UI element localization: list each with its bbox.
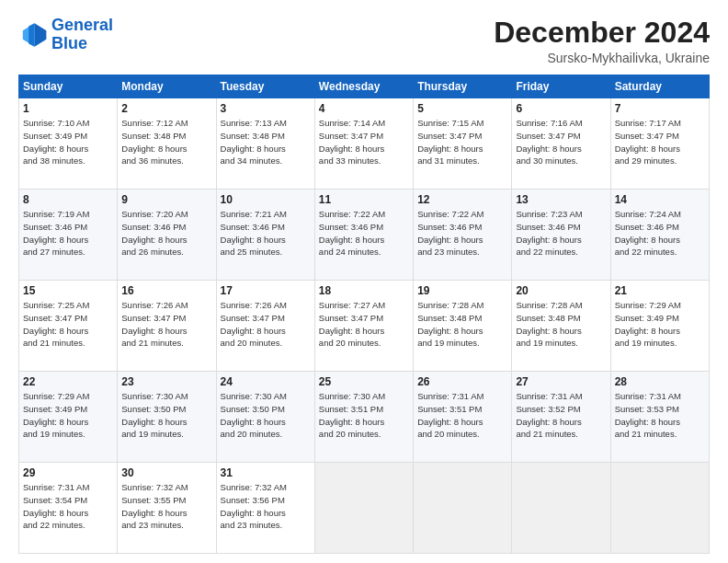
day-number: 29 — [23, 466, 113, 479]
calendar-cell — [610, 463, 709, 554]
day-number: 22 — [23, 375, 113, 388]
day-info: Sunrise: 7:12 AM Sunset: 3:48 PM Dayligh… — [121, 117, 211, 167]
day-number: 31 — [221, 466, 311, 479]
day-info: Sunrise: 7:31 AM Sunset: 3:51 PM Dayligh… — [417, 390, 507, 441]
calendar-cell: 21Sunrise: 7:29 AM Sunset: 3:49 PM Dayli… — [610, 281, 709, 372]
day-info: Sunrise: 7:32 AM Sunset: 3:55 PM Dayligh… — [121, 481, 211, 532]
calendar-cell — [512, 463, 610, 554]
logo-line2: Blue — [51, 34, 87, 52]
weekday-header: Saturday — [610, 75, 709, 98]
calendar-cell: 22Sunrise: 7:29 AM Sunset: 3:49 PM Dayli… — [19, 372, 118, 463]
day-info: Sunrise: 7:27 AM Sunset: 3:47 PM Dayligh… — [319, 299, 409, 350]
day-number: 14 — [615, 193, 705, 206]
day-info: Sunrise: 7:32 AM Sunset: 3:56 PM Dayligh… — [221, 481, 311, 532]
calendar-cell: 11Sunrise: 7:22 AM Sunset: 3:46 PM Dayli… — [314, 190, 413, 281]
day-number: 10 — [221, 193, 311, 206]
calendar-week-row: 1Sunrise: 7:10 AM Sunset: 3:49 PM Daylig… — [19, 98, 710, 190]
calendar-cell: 9Sunrise: 7:20 AM Sunset: 3:46 PM Daylig… — [118, 190, 216, 281]
day-number: 23 — [121, 375, 211, 388]
day-number: 1 — [23, 102, 113, 115]
calendar-cell: 20Sunrise: 7:28 AM Sunset: 3:48 PM Dayli… — [512, 281, 610, 372]
calendar-cell: 13Sunrise: 7:23 AM Sunset: 3:46 PM Dayli… — [512, 190, 610, 281]
day-number: 24 — [221, 375, 311, 388]
day-info: Sunrise: 7:31 AM Sunset: 3:53 PM Dayligh… — [615, 390, 705, 441]
day-info: Sunrise: 7:17 AM Sunset: 3:47 PM Dayligh… — [615, 117, 705, 167]
calendar-cell: 6Sunrise: 7:16 AM Sunset: 3:47 PM Daylig… — [512, 98, 610, 190]
calendar-cell: 28Sunrise: 7:31 AM Sunset: 3:53 PM Dayli… — [610, 372, 709, 463]
calendar-table: SundayMondayTuesdayWednesdayThursdayFrid… — [18, 75, 710, 554]
day-info: Sunrise: 7:22 AM Sunset: 3:46 PM Dayligh… — [319, 208, 409, 259]
calendar-cell: 12Sunrise: 7:22 AM Sunset: 3:46 PM Dayli… — [414, 190, 512, 281]
day-number: 20 — [516, 284, 606, 297]
weekday-header: Tuesday — [216, 75, 314, 98]
calendar-cell: 17Sunrise: 7:26 AM Sunset: 3:47 PM Dayli… — [216, 281, 314, 372]
calendar-week-row: 15Sunrise: 7:25 AM Sunset: 3:47 PM Dayli… — [19, 281, 710, 372]
calendar-cell: 24Sunrise: 7:30 AM Sunset: 3:50 PM Dayli… — [216, 372, 314, 463]
day-number: 15 — [23, 284, 113, 297]
day-number: 28 — [615, 375, 705, 388]
weekday-header: Wednesday — [314, 75, 413, 98]
calendar-cell: 29Sunrise: 7:31 AM Sunset: 3:54 PM Dayli… — [19, 463, 118, 554]
day-info: Sunrise: 7:30 AM Sunset: 3:51 PM Dayligh… — [319, 390, 409, 441]
day-number: 21 — [615, 284, 705, 297]
day-number: 11 — [319, 193, 409, 206]
logo: General Blue — [18, 17, 113, 53]
day-number: 30 — [121, 466, 211, 479]
calendar-cell: 7Sunrise: 7:17 AM Sunset: 3:47 PM Daylig… — [610, 98, 709, 190]
day-number: 6 — [516, 102, 606, 115]
day-number: 3 — [221, 102, 311, 115]
day-info: Sunrise: 7:26 AM Sunset: 3:47 PM Dayligh… — [221, 299, 311, 350]
day-info: Sunrise: 7:30 AM Sunset: 3:50 PM Dayligh… — [121, 390, 211, 441]
day-number: 19 — [417, 284, 507, 297]
calendar-cell: 5Sunrise: 7:15 AM Sunset: 3:47 PM Daylig… — [414, 98, 512, 190]
day-info: Sunrise: 7:29 AM Sunset: 3:49 PM Dayligh… — [23, 390, 113, 441]
calendar-week-row: 22Sunrise: 7:29 AM Sunset: 3:49 PM Dayli… — [19, 372, 710, 463]
day-info: Sunrise: 7:24 AM Sunset: 3:46 PM Dayligh… — [615, 208, 705, 259]
logo-line1: General — [51, 16, 113, 34]
weekday-header: Sunday — [19, 75, 118, 98]
day-info: Sunrise: 7:22 AM Sunset: 3:46 PM Dayligh… — [417, 208, 507, 259]
weekday-header: Friday — [512, 75, 610, 98]
day-number: 27 — [516, 375, 606, 388]
day-info: Sunrise: 7:31 AM Sunset: 3:52 PM Dayligh… — [516, 390, 606, 441]
calendar-cell: 14Sunrise: 7:24 AM Sunset: 3:46 PM Dayli… — [610, 190, 709, 281]
weekday-header: Thursday — [414, 75, 512, 98]
calendar-cell: 19Sunrise: 7:28 AM Sunset: 3:48 PM Dayli… — [414, 281, 512, 372]
calendar-cell: 27Sunrise: 7:31 AM Sunset: 3:52 PM Dayli… — [512, 372, 610, 463]
day-info: Sunrise: 7:28 AM Sunset: 3:48 PM Dayligh… — [516, 299, 606, 350]
day-number: 5 — [417, 102, 507, 115]
day-number: 26 — [417, 375, 507, 388]
day-number: 25 — [319, 375, 409, 388]
day-info: Sunrise: 7:31 AM Sunset: 3:54 PM Dayligh… — [23, 481, 113, 532]
calendar-cell — [414, 463, 512, 554]
day-number: 2 — [121, 102, 211, 115]
calendar-week-row: 8Sunrise: 7:19 AM Sunset: 3:46 PM Daylig… — [19, 190, 710, 281]
day-number: 9 — [121, 193, 211, 206]
calendar-week-row: 29Sunrise: 7:31 AM Sunset: 3:54 PM Dayli… — [19, 463, 710, 554]
svg-marker-2 — [28, 23, 34, 47]
day-number: 8 — [23, 193, 113, 206]
day-info: Sunrise: 7:25 AM Sunset: 3:47 PM Dayligh… — [23, 299, 113, 350]
calendar-cell: 15Sunrise: 7:25 AM Sunset: 3:47 PM Dayli… — [19, 281, 118, 372]
day-info: Sunrise: 7:21 AM Sunset: 3:46 PM Dayligh… — [221, 208, 311, 259]
day-number: 16 — [121, 284, 211, 297]
day-number: 12 — [417, 193, 507, 206]
logo-icon — [18, 20, 48, 50]
day-info: Sunrise: 7:15 AM Sunset: 3:47 PM Dayligh… — [417, 117, 507, 167]
calendar-cell: 10Sunrise: 7:21 AM Sunset: 3:46 PM Dayli… — [216, 190, 314, 281]
weekday-header: Monday — [118, 75, 216, 98]
day-info: Sunrise: 7:19 AM Sunset: 3:46 PM Dayligh… — [23, 208, 113, 259]
day-number: 7 — [615, 102, 705, 115]
calendar-cell: 8Sunrise: 7:19 AM Sunset: 3:46 PM Daylig… — [19, 190, 118, 281]
day-info: Sunrise: 7:10 AM Sunset: 3:49 PM Dayligh… — [23, 117, 113, 167]
day-info: Sunrise: 7:16 AM Sunset: 3:47 PM Dayligh… — [516, 117, 606, 167]
day-info: Sunrise: 7:29 AM Sunset: 3:49 PM Dayligh… — [615, 299, 705, 350]
calendar-cell: 3Sunrise: 7:13 AM Sunset: 3:48 PM Daylig… — [216, 98, 314, 190]
day-info: Sunrise: 7:30 AM Sunset: 3:50 PM Dayligh… — [221, 390, 311, 441]
logo-text: General Blue — [51, 17, 113, 53]
month-title: December 2024 — [494, 17, 710, 49]
header: General Blue December 2024 Sursko-Mykhai… — [18, 17, 710, 65]
day-number: 4 — [319, 102, 409, 115]
calendar-cell: 26Sunrise: 7:31 AM Sunset: 3:51 PM Dayli… — [414, 372, 512, 463]
calendar-cell: 23Sunrise: 7:30 AM Sunset: 3:50 PM Dayli… — [118, 372, 216, 463]
